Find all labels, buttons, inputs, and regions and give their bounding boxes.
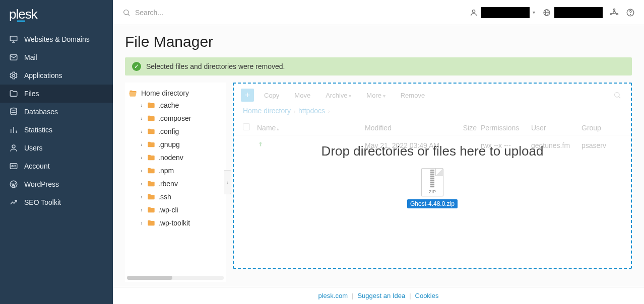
select-all-checkbox[interactable] [243,123,257,132]
sidebar-item-databases[interactable]: Databases [0,103,113,121]
tree-item-gnupg[interactable]: ›.gnupg [137,138,224,151]
tree-item-label: .config [158,127,179,135]
svg-point-32 [615,93,619,97]
chevron-right-icon: › [293,109,296,114]
separator: | [409,292,411,299]
tree-root[interactable]: Home directory [127,88,224,99]
gear-icon [9,71,18,80]
folder-icon [147,154,155,161]
extensions-icon[interactable] [610,8,619,17]
svg-rect-2 [10,36,17,41]
sidebar-item-label: Users [24,144,43,152]
collapse-tree-handle[interactable]: ‹ [224,170,231,194]
footer: plesk.com | Suggest an Idea | Cookies [113,287,644,304]
svg-point-19 [472,10,475,12]
folder-icon [147,219,155,226]
tree-item-label: .nodenv [158,154,183,162]
col-header-name[interactable]: Name▴ [257,124,365,132]
filter-search-icon[interactable] [611,89,624,102]
caret-right-icon: › [139,116,144,121]
folder-icon [147,193,155,200]
success-alert: ✓ Selected files and directories were re… [125,57,632,75]
footer-link-cookies[interactable]: Cookies [415,292,439,299]
cell-user: geotunes.fm [531,141,582,149]
sidebar-item-label: Account [24,162,50,170]
sidebar-item-websites[interactable]: Websites & Domains [0,30,113,48]
sidebar-item-mail[interactable]: Mail [0,48,113,66]
user-menu[interactable]: ▾ [469,7,535,18]
search-input[interactable] [135,9,286,17]
svg-line-33 [619,97,620,98]
cell-group: psaserv [582,141,622,149]
search-icon [122,8,131,17]
tree-item-composer[interactable]: ›.composer [137,112,224,125]
col-header-modified[interactable]: Modified [365,124,450,132]
caret-right-icon: › [139,181,144,187]
folder-icon [147,141,155,148]
tree-item-label: .ssh [158,193,171,201]
database-icon [9,107,18,116]
sidebar-item-seo[interactable]: SEO Toolkit [0,193,113,211]
sidebar-item-wordpress[interactable]: WordPress [0,175,113,193]
sidebar-item-statistics[interactable]: Statistics [0,121,113,139]
tree-item-cache[interactable]: ›.cache [137,99,224,112]
file-listing-faded: + Copy Move Archive More Remove Home dir… [234,84,631,268]
tree-item-config[interactable]: ›.config [137,125,224,138]
tree-item-rbenv[interactable]: ›.rbenv [137,177,224,190]
user-icon [9,143,18,153]
col-header-permissions[interactable]: Permissions [481,124,531,132]
subscription-menu[interactable] [542,7,603,18]
tree-item-label: .wp-cli [158,206,178,214]
brand-logo[interactable]: plesk [0,0,113,30]
folder-icon [147,167,155,174]
svg-line-28 [612,13,613,14]
sidebar-item-account[interactable]: Account [0,157,113,175]
sidebar-item-applications[interactable]: Applications [0,66,113,85]
person-icon [469,8,478,17]
breadcrumb-current[interactable]: httpdocs [298,107,325,115]
upload-dropzone[interactable]: + Copy Move Archive More Remove Home dir… [233,83,632,269]
col-header-user[interactable]: User [531,124,582,132]
footer-link-suggest[interactable]: Suggest an Idea [357,292,405,299]
content: File Manager ✓ Selected files and direct… [113,25,644,287]
caret-right-icon: › [139,207,144,213]
tree-item-wptoolkit[interactable]: ›.wp-toolkit [137,216,224,230]
archive-button[interactable]: Archive [320,90,356,101]
new-button[interactable]: + [241,89,254,102]
cell-modified: May 21, 2022 03:49 AM [365,141,450,149]
breadcrumb-root[interactable]: Home directory [243,107,291,115]
tree-item-npm[interactable]: ›.npm [137,164,224,177]
wordpress-icon [9,180,18,189]
caret-right-icon: › [139,129,144,134]
file-table-header: Name▴ Modified Size Permissions User Gro… [234,120,631,135]
col-header-group[interactable]: Group [582,124,622,132]
tree-item-ssh[interactable]: ›.ssh [137,190,224,203]
sidebar-item-users[interactable]: Users [0,139,113,157]
help-icon[interactable] [626,8,635,17]
search-box[interactable] [122,8,462,17]
tree-item-wpcli[interactable]: ›.wp-cli [137,203,224,216]
move-button[interactable]: Move [289,90,315,101]
tree-item-nodenv[interactable]: ›.nodenv [137,151,224,164]
sidebar-item-files[interactable]: Files [0,85,113,103]
breadcrumb: Home directory › httpdocs › [234,107,631,120]
page-title: File Manager [125,33,632,50]
tree-item-label: .gnupg [158,140,180,148]
copy-button[interactable]: Copy [259,90,284,101]
tree-root-label: Home directory [141,89,189,97]
tree-scrollbar[interactable] [127,276,224,280]
svg-point-26 [617,13,618,15]
sort-asc-icon: ▴ [277,126,279,131]
col-header-size[interactable]: Size [450,124,481,132]
sidebar-item-label: SEO Toolkit [24,198,61,206]
up-arrow-icon [257,140,264,148]
remove-button[interactable]: Remove [396,90,430,101]
chevron-right-icon: › [327,109,331,114]
separator: | [352,292,353,299]
more-button[interactable]: More [361,90,390,101]
svg-line-18 [128,14,130,15]
table-row-parent[interactable]: May 21, 2022 03:49 AM rwx --x --- geotun… [234,135,631,155]
footer-link-plesk[interactable]: plesk.com [318,292,348,299]
sidebar-item-label: Applications [24,71,62,80]
svg-point-23 [613,11,616,14]
